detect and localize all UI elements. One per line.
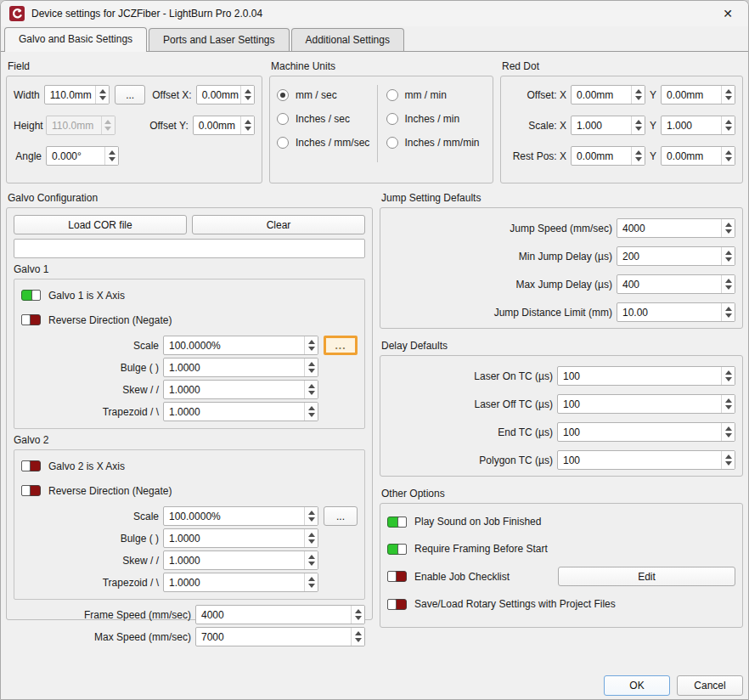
spin-down-icon[interactable] bbox=[109, 157, 115, 161]
jump-distance-limit-value[interactable]: 10.00 bbox=[617, 303, 721, 321]
galvo2-scale-spinbox[interactable]: 100.0000% bbox=[163, 506, 318, 526]
offset-x-spinbox[interactable]: 0.00mm bbox=[196, 85, 255, 104]
spin-down-icon[interactable] bbox=[308, 517, 315, 522]
frame-speed-spinbox[interactable]: 4000 bbox=[195, 605, 365, 624]
radio-mm-min[interactable]: mm / min bbox=[386, 87, 487, 103]
galvo1-bulge-spinbox[interactable]: 1.0000 bbox=[163, 358, 318, 377]
toggle-switch-icon[interactable] bbox=[387, 544, 407, 555]
spin-down-icon[interactable] bbox=[635, 96, 642, 100]
spin-up-icon[interactable] bbox=[109, 150, 115, 155]
spin-down-icon[interactable] bbox=[308, 391, 315, 395]
galvo2-bulge-value[interactable]: 1.0000 bbox=[164, 529, 304, 547]
galvo2-reverse-direction-toggle-row[interactable]: Reverse Direction (Negate) bbox=[21, 482, 358, 500]
max-speed-spinbox[interactable]: 7000 bbox=[195, 627, 365, 646]
spin-up-icon[interactable] bbox=[308, 340, 315, 344]
spin-down-icon[interactable] bbox=[308, 584, 315, 588]
spin-down-icon[interactable] bbox=[725, 433, 732, 438]
spin-down-icon[interactable] bbox=[725, 313, 732, 318]
laser-off-tc-value[interactable]: 100 bbox=[558, 395, 721, 413]
spin-up-icon[interactable] bbox=[725, 279, 732, 283]
red-dot-offset-y-spinbox[interactable]: 0.00mm bbox=[661, 85, 735, 104]
laser-off-tc-spinbox[interactable]: 100 bbox=[557, 394, 735, 414]
spin-up-icon[interactable] bbox=[725, 454, 732, 459]
galvo1-skew-value[interactable]: 1.0000 bbox=[164, 381, 304, 398]
spin-down-icon[interactable] bbox=[308, 562, 315, 566]
spin-down-icon[interactable] bbox=[725, 229, 732, 234]
red-dot-restpos-y-spinbox[interactable]: 0.00mm bbox=[661, 146, 735, 166]
galvo1-reverse-direction-toggle-row[interactable]: Reverse Direction (Negate) bbox=[21, 311, 358, 329]
red-dot-scale-y-spinbox[interactable]: 1.000 bbox=[661, 116, 735, 135]
spin-down-icon[interactable] bbox=[308, 369, 315, 373]
spin-down-icon[interactable] bbox=[725, 377, 732, 381]
end-tc-value[interactable]: 100 bbox=[558, 423, 721, 441]
spin-up-icon[interactable] bbox=[725, 150, 732, 155]
red-dot-restpos-x-spinbox[interactable]: 0.00mm bbox=[571, 146, 645, 166]
spin-up-icon[interactable] bbox=[635, 120, 642, 124]
offset-y-spinbox[interactable]: 0.00mm bbox=[193, 116, 255, 135]
radio-icon[interactable] bbox=[386, 89, 398, 101]
spin-down-icon[interactable] bbox=[725, 157, 732, 161]
polygon-tc-spinbox[interactable]: 100 bbox=[557, 450, 735, 470]
galvo1-skew-spinbox[interactable]: 1.0000 bbox=[163, 380, 318, 399]
spin-down-icon[interactable] bbox=[725, 96, 732, 100]
red-dot-scale-y-value[interactable]: 1.000 bbox=[662, 116, 721, 134]
spin-up-icon[interactable] bbox=[308, 384, 315, 388]
enable-job-checklist-toggle-row[interactable]: Enable Job Checklist Edit bbox=[387, 567, 735, 586]
spin-up-icon[interactable] bbox=[725, 223, 732, 227]
require-framing-toggle-row[interactable]: Require Framing Before Start bbox=[387, 539, 735, 558]
toggle-switch-icon[interactable] bbox=[21, 290, 41, 301]
spin-up-icon[interactable] bbox=[308, 555, 315, 559]
close-icon[interactable]: ✕ bbox=[716, 2, 740, 25]
spin-down-icon[interactable] bbox=[725, 257, 732, 262]
radio-icon[interactable] bbox=[277, 89, 289, 101]
spin-up-icon[interactable] bbox=[725, 398, 732, 403]
spin-down-icon[interactable] bbox=[245, 96, 251, 100]
laser-on-tc-spinbox[interactable]: 100 bbox=[557, 366, 735, 386]
galvo1-bulge-value[interactable]: 1.0000 bbox=[164, 358, 304, 376]
galvo1-is-x-axis-toggle-row[interactable]: Galvo 1 is X Axis bbox=[21, 286, 358, 304]
load-cor-file-button[interactable]: Load COR file bbox=[14, 215, 187, 234]
jump-speed-spinbox[interactable]: 4000 bbox=[617, 218, 735, 238]
spin-down-icon[interactable] bbox=[308, 413, 315, 417]
cancel-button[interactable]: Cancel bbox=[677, 675, 743, 696]
spin-up-icon[interactable] bbox=[725, 89, 732, 93]
field-size-browse-button[interactable]: ... bbox=[115, 85, 145, 104]
spin-up-icon[interactable] bbox=[245, 120, 251, 124]
spin-up-icon[interactable] bbox=[725, 307, 732, 311]
rotary-settings-toggle-row[interactable]: Save/Load Rotary Settings with Project F… bbox=[387, 595, 735, 613]
spin-down-icon[interactable] bbox=[725, 285, 732, 290]
toggle-switch-icon[interactable] bbox=[21, 314, 41, 325]
max-jump-delay-spinbox[interactable]: 400 bbox=[617, 274, 735, 294]
spin-up-icon[interactable] bbox=[245, 89, 251, 93]
min-jump-delay-spinbox[interactable]: 200 bbox=[617, 246, 735, 266]
spin-up-icon[interactable] bbox=[308, 533, 315, 537]
cor-file-path-input[interactable] bbox=[14, 239, 365, 258]
spin-up-icon[interactable] bbox=[308, 406, 315, 410]
offset-y-value[interactable]: 0.00mm bbox=[194, 116, 240, 134]
spin-down-icon[interactable] bbox=[308, 539, 315, 544]
jump-speed-value[interactable]: 4000 bbox=[617, 219, 721, 237]
galvo1-trapezoid-value[interactable]: 1.0000 bbox=[164, 403, 304, 421]
tab-additional-settings[interactable]: Additional Settings bbox=[291, 28, 404, 51]
toggle-switch-icon[interactable] bbox=[387, 599, 407, 610]
galvo1-scale-browse-button[interactable]: ... bbox=[324, 336, 358, 355]
radio-inches-mm-sec[interactable]: Inches / mm/sec bbox=[277, 134, 377, 150]
field-width-spinbox[interactable]: 110.0mm bbox=[44, 85, 110, 104]
red-dot-scale-x-spinbox[interactable]: 1.000 bbox=[571, 116, 645, 135]
red-dot-offset-y-value[interactable]: 0.00mm bbox=[662, 86, 721, 104]
toggle-switch-icon[interactable] bbox=[387, 571, 407, 582]
polygon-tc-value[interactable]: 100 bbox=[558, 451, 721, 469]
spin-down-icon[interactable] bbox=[355, 638, 362, 642]
spin-up-icon[interactable] bbox=[308, 362, 315, 366]
spin-down-icon[interactable] bbox=[635, 157, 642, 161]
spin-down-icon[interactable] bbox=[245, 127, 251, 131]
galvo1-trapezoid-spinbox[interactable]: 1.0000 bbox=[163, 402, 318, 421]
toggle-switch-icon[interactable] bbox=[21, 460, 41, 471]
max-speed-value[interactable]: 7000 bbox=[196, 628, 351, 646]
radio-icon[interactable] bbox=[277, 113, 289, 125]
radio-inches-min[interactable]: Inches / min bbox=[386, 110, 487, 127]
laser-on-tc-value[interactable]: 100 bbox=[558, 367, 721, 385]
max-jump-delay-value[interactable]: 400 bbox=[617, 275, 721, 293]
spin-up-icon[interactable] bbox=[725, 120, 732, 124]
play-sound-toggle-row[interactable]: Play Sound on Job Finished bbox=[387, 512, 735, 531]
